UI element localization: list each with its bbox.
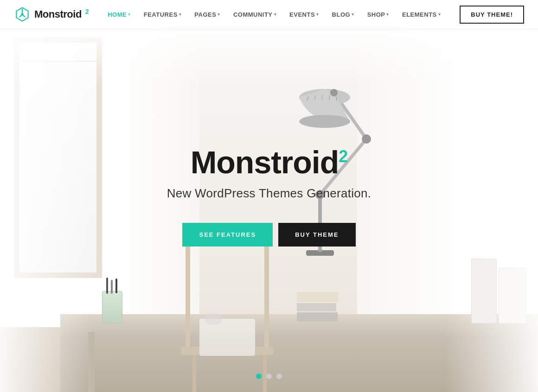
hero-subtitle: New WordPress Themes Generation. — [167, 186, 371, 201]
chevron-down-icon: ▾ — [218, 12, 220, 17]
chevron-down-icon: ▾ — [386, 12, 389, 17]
slider-dots — [256, 373, 282, 379]
chevron-down-icon: ▾ — [128, 12, 131, 17]
buy-theme-button[interactable]: BUY THEME! — [460, 6, 524, 24]
logo-superscript: 2 — [85, 8, 89, 15]
nav-item-community[interactable]: COMMUNITY ▾ — [228, 7, 282, 22]
hero-title: Monstroid2 — [191, 146, 348, 178]
chevron-down-icon: ▾ — [352, 12, 354, 17]
svg-point-0 — [21, 13, 23, 15]
chevron-down-icon: ▾ — [179, 12, 182, 17]
logo[interactable]: Monstroid2 — [14, 6, 89, 23]
buy-theme-hero-button[interactable]: BUY THEME — [278, 223, 355, 247]
nav-item-blog[interactable]: BLOG ▾ — [327, 7, 360, 22]
hero-buttons: SEE FEATURES BUY THEME — [182, 223, 355, 247]
nav-item-shop[interactable]: SHOP ▾ — [362, 7, 395, 22]
nav-item-pages[interactable]: PAGES ▾ — [189, 7, 226, 22]
logo-icon — [14, 6, 31, 23]
chevron-down-icon: ▾ — [274, 12, 277, 17]
hero-content: Monstroid2 New WordPress Themes Generati… — [0, 29, 538, 392]
slider-dot-2[interactable] — [266, 373, 272, 379]
header: Monstroid2 HOME ▾ FEATURES ▾ PAGES ▾ COM… — [0, 0, 538, 29]
nav-item-features[interactable]: FEATURES ▾ — [138, 7, 187, 22]
slider-dot-3[interactable] — [276, 373, 282, 379]
hero-section: Monstroid2 New WordPress Themes Generati… — [0, 0, 538, 392]
chevron-down-icon: ▾ — [438, 12, 441, 17]
chevron-down-icon: ▾ — [316, 12, 319, 17]
nav-item-events[interactable]: EVENTS ▾ — [284, 7, 325, 22]
slider-dot-1[interactable] — [256, 373, 262, 379]
see-features-button[interactable]: SEE FEATURES — [182, 223, 273, 247]
nav-item-elements[interactable]: ELEMENTS ▾ — [397, 7, 446, 22]
main-nav: HOME ▾ FEATURES ▾ PAGES ▾ COMMUNITY ▾ EV… — [102, 7, 446, 22]
logo-text: Monstroid — [34, 8, 82, 20]
hero-title-sup: 2 — [339, 147, 347, 166]
nav-item-home[interactable]: HOME ▾ — [102, 7, 136, 22]
